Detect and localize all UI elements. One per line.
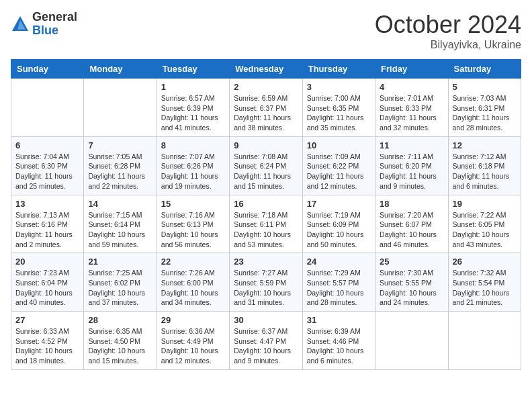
day-number: 1 — [161, 82, 225, 92]
day-number: 20 — [15, 257, 79, 267]
day-detail: Sunrise: 7:13 AMSunset: 6:16 PMDaylight:… — [15, 210, 79, 250]
day-number: 22 — [161, 257, 225, 267]
calendar-cell: 2Sunrise: 6:59 AMSunset: 6:37 PMDaylight… — [230, 79, 302, 137]
day-detail: Sunrise: 7:05 AMSunset: 6:28 PMDaylight:… — [88, 152, 152, 191]
day-detail: Sunrise: 6:36 AMSunset: 4:49 PMDaylight:… — [161, 326, 225, 366]
logo-text: General Blue — [32, 11, 77, 38]
calendar-cell: 11Sunrise: 7:11 AMSunset: 6:20 PMDayligh… — [375, 136, 448, 195]
day-number: 12 — [453, 140, 517, 150]
day-detail: Sunrise: 7:16 AMSunset: 6:13 PMDaylight:… — [161, 210, 225, 250]
week-row-3: 13Sunrise: 7:13 AMSunset: 6:16 PMDayligh… — [11, 195, 521, 253]
header-thursday: Thursday — [302, 60, 375, 79]
logo-general: General — [32, 11, 77, 24]
calendar-cell: 10Sunrise: 7:09 AMSunset: 6:22 PMDayligh… — [302, 136, 375, 195]
day-number: 11 — [380, 140, 443, 150]
day-detail: Sunrise: 7:29 AMSunset: 5:57 PMDaylight:… — [307, 268, 371, 308]
calendar-cell: 31Sunrise: 6:39 AMSunset: 4:46 PMDayligh… — [302, 312, 375, 370]
calendar-cell: 26Sunrise: 7:32 AMSunset: 5:54 PMDayligh… — [448, 253, 521, 312]
calendar-cell — [11, 79, 84, 137]
day-number: 14 — [88, 199, 152, 209]
day-number: 19 — [453, 199, 517, 209]
day-detail: Sunrise: 7:09 AMSunset: 6:22 PMDaylight:… — [307, 152, 371, 191]
day-detail: Sunrise: 7:11 AMSunset: 6:20 PMDaylight:… — [380, 152, 443, 191]
page-header: General Blue October 2024 Bilyayivka, Uk… — [11, 11, 521, 51]
day-detail: Sunrise: 6:33 AMSunset: 4:52 PMDaylight:… — [15, 326, 79, 366]
day-detail: Sunrise: 7:27 AMSunset: 5:59 PMDaylight:… — [234, 268, 298, 308]
calendar-cell: 12Sunrise: 7:12 AMSunset: 6:18 PMDayligh… — [448, 136, 521, 195]
week-row-5: 27Sunrise: 6:33 AMSunset: 4:52 PMDayligh… — [11, 312, 521, 370]
calendar-cell: 22Sunrise: 7:26 AMSunset: 6:00 PMDayligh… — [157, 253, 229, 312]
header-friday: Friday — [375, 60, 448, 79]
week-row-4: 20Sunrise: 7:23 AMSunset: 6:04 PMDayligh… — [11, 253, 521, 312]
calendar-cell — [375, 312, 448, 370]
logo-blue: Blue — [32, 24, 77, 38]
day-number: 27 — [15, 315, 79, 325]
calendar-header-row: SundayMondayTuesdayWednesdayThursdayFrid… — [11, 60, 521, 79]
day-number: 21 — [88, 257, 152, 267]
day-number: 29 — [161, 315, 225, 325]
logo: General Blue — [11, 11, 77, 38]
calendar-cell: 15Sunrise: 7:16 AMSunset: 6:13 PMDayligh… — [157, 195, 229, 253]
header-sunday: Sunday — [11, 60, 84, 79]
day-detail: Sunrise: 6:35 AMSunset: 4:50 PMDaylight:… — [88, 326, 152, 366]
day-number: 7 — [88, 140, 152, 150]
day-number: 24 — [307, 257, 371, 267]
day-detail: Sunrise: 7:12 AMSunset: 6:18 PMDaylight:… — [453, 152, 517, 191]
day-number: 25 — [380, 257, 443, 267]
calendar-cell: 4Sunrise: 7:01 AMSunset: 6:33 PMDaylight… — [375, 79, 448, 137]
day-detail: Sunrise: 7:26 AMSunset: 6:00 PMDaylight:… — [161, 268, 225, 308]
header-tuesday: Tuesday — [157, 60, 229, 79]
calendar-cell: 3Sunrise: 7:00 AMSunset: 6:35 PMDaylight… — [302, 79, 375, 137]
day-detail: Sunrise: 7:15 AMSunset: 6:14 PMDaylight:… — [88, 210, 152, 250]
day-detail: Sunrise: 6:59 AMSunset: 6:37 PMDaylight:… — [234, 93, 298, 133]
day-number: 23 — [234, 257, 298, 267]
calendar-cell: 13Sunrise: 7:13 AMSunset: 6:16 PMDayligh… — [11, 195, 84, 253]
day-number: 17 — [307, 199, 371, 209]
header-saturday: Saturday — [448, 60, 521, 79]
calendar-cell: 30Sunrise: 6:37 AMSunset: 4:47 PMDayligh… — [230, 312, 302, 370]
calendar-cell: 21Sunrise: 7:25 AMSunset: 6:02 PMDayligh… — [84, 253, 157, 312]
day-detail: Sunrise: 7:00 AMSunset: 6:35 PMDaylight:… — [307, 93, 371, 133]
day-number: 18 — [380, 199, 443, 209]
day-number: 4 — [380, 82, 443, 92]
calendar-cell: 9Sunrise: 7:08 AMSunset: 6:24 PMDaylight… — [230, 136, 302, 195]
day-detail: Sunrise: 7:04 AMSunset: 6:30 PMDaylight:… — [15, 152, 79, 191]
day-detail: Sunrise: 7:19 AMSunset: 6:09 PMDaylight:… — [307, 210, 371, 250]
header-wednesday: Wednesday — [230, 60, 302, 79]
calendar-cell: 6Sunrise: 7:04 AMSunset: 6:30 PMDaylight… — [11, 136, 84, 195]
day-number: 31 — [307, 315, 371, 325]
calendar-cell: 14Sunrise: 7:15 AMSunset: 6:14 PMDayligh… — [84, 195, 157, 253]
day-detail: Sunrise: 7:20 AMSunset: 6:07 PMDaylight:… — [380, 210, 443, 250]
calendar-cell: 20Sunrise: 7:23 AMSunset: 6:04 PMDayligh… — [11, 253, 84, 312]
day-number: 9 — [234, 140, 298, 150]
day-detail: Sunrise: 7:01 AMSunset: 6:33 PMDaylight:… — [380, 93, 443, 133]
calendar-cell: 19Sunrise: 7:22 AMSunset: 6:05 PMDayligh… — [448, 195, 521, 253]
day-number: 8 — [161, 140, 225, 150]
header-monday: Monday — [84, 60, 157, 79]
calendar-cell: 18Sunrise: 7:20 AMSunset: 6:07 PMDayligh… — [375, 195, 448, 253]
day-detail: Sunrise: 6:39 AMSunset: 4:46 PMDaylight:… — [307, 326, 371, 366]
day-number: 30 — [234, 315, 298, 325]
day-detail: Sunrise: 7:23 AMSunset: 6:04 PMDaylight:… — [15, 268, 79, 308]
day-number: 15 — [161, 199, 225, 209]
day-number: 13 — [15, 199, 79, 209]
calendar-cell: 8Sunrise: 7:07 AMSunset: 6:26 PMDaylight… — [157, 136, 229, 195]
calendar-cell: 7Sunrise: 7:05 AMSunset: 6:28 PMDaylight… — [84, 136, 157, 195]
calendar-cell — [448, 312, 521, 370]
calendar-table: SundayMondayTuesdayWednesdayThursdayFrid… — [11, 59, 521, 370]
day-detail: Sunrise: 7:25 AMSunset: 6:02 PMDaylight:… — [88, 268, 152, 308]
calendar-cell: 29Sunrise: 6:36 AMSunset: 4:49 PMDayligh… — [157, 312, 229, 370]
logo-icon — [11, 15, 30, 34]
day-number: 16 — [234, 199, 298, 209]
calendar-cell: 17Sunrise: 7:19 AMSunset: 6:09 PMDayligh… — [302, 195, 375, 253]
calendar-location: Bilyayivka, Ukraine — [375, 39, 521, 51]
week-row-1: 1Sunrise: 6:57 AMSunset: 6:39 PMDaylight… — [11, 79, 521, 137]
day-detail: Sunrise: 7:03 AMSunset: 6:31 PMDaylight:… — [453, 93, 517, 133]
calendar-cell: 28Sunrise: 6:35 AMSunset: 4:50 PMDayligh… — [84, 312, 157, 370]
day-number: 2 — [234, 82, 298, 92]
day-number: 5 — [453, 82, 517, 92]
week-row-2: 6Sunrise: 7:04 AMSunset: 6:30 PMDaylight… — [11, 136, 521, 195]
day-number: 28 — [88, 315, 152, 325]
day-detail: Sunrise: 6:37 AMSunset: 4:47 PMDaylight:… — [234, 326, 298, 366]
day-number: 6 — [15, 140, 79, 150]
